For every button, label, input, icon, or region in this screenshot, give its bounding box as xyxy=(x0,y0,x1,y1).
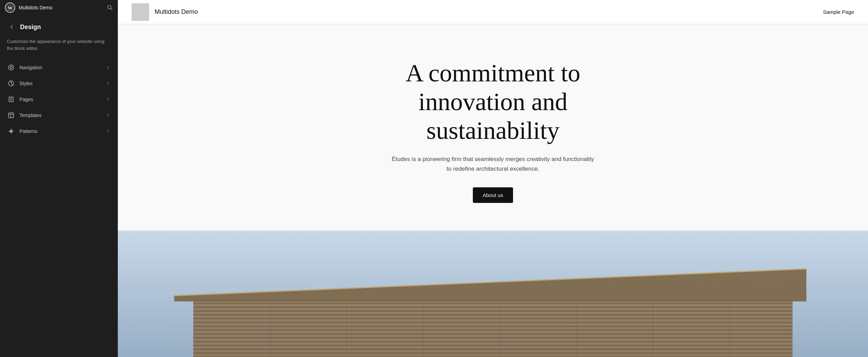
patterns-icon xyxy=(7,127,15,135)
sidebar-title: Design xyxy=(20,24,41,31)
sidebar-item-navigation-label: Navigation xyxy=(19,65,42,70)
svg-point-5 xyxy=(9,65,14,70)
navigation-chevron-icon xyxy=(106,65,111,70)
top-bar-left: W Multidots Demo xyxy=(5,2,52,13)
navigation-icon xyxy=(7,63,15,72)
search-icon xyxy=(107,5,113,11)
hero-title: A commitment to innovation and sustainab… xyxy=(354,59,632,145)
templates-icon xyxy=(7,111,15,119)
sidebar-description: Customize the appearance of your website… xyxy=(0,35,118,60)
svg-point-6 xyxy=(10,66,12,69)
site-logo-area: Multidots Demo xyxy=(132,3,198,21)
svg-line-4 xyxy=(111,9,113,10)
site-logo-placeholder xyxy=(132,3,149,21)
styles-chevron-icon xyxy=(106,81,111,86)
building-graphic xyxy=(118,231,868,357)
sidebar-item-patterns[interactable]: Patterns xyxy=(3,124,115,139)
back-arrow-icon xyxy=(9,24,15,30)
sidebar-item-styles[interactable]: Styles xyxy=(3,76,115,91)
sidebar-nav: Navigation Styles xyxy=(0,60,118,139)
sidebar-item-styles-label: Styles xyxy=(19,81,33,86)
svg-rect-17 xyxy=(193,300,793,357)
sidebar-item-templates-label: Templates xyxy=(19,113,42,118)
preview-header: Multidots Demo Sample Page xyxy=(118,0,868,24)
templates-chevron-icon xyxy=(106,113,111,118)
building-image-section xyxy=(118,231,868,357)
hero-section: A commitment to innovation and sustainab… xyxy=(118,24,868,231)
back-button[interactable] xyxy=(7,22,17,32)
top-bar: W Multidots Demo xyxy=(0,0,118,15)
svg-text:W: W xyxy=(8,5,12,10)
pages-icon xyxy=(7,95,15,104)
search-button[interactable] xyxy=(107,5,113,11)
patterns-chevron-icon xyxy=(106,129,111,134)
sidebar-header: Design xyxy=(0,15,118,35)
svg-rect-12 xyxy=(9,113,14,118)
top-bar-title: Multidots Demo xyxy=(19,5,52,10)
sidebar-item-pages[interactable]: Pages xyxy=(3,92,115,107)
wp-logo-icon[interactable]: W xyxy=(5,2,15,13)
pages-chevron-icon xyxy=(106,97,111,102)
site-name: Multidots Demo xyxy=(155,8,198,16)
sidebar-item-pages-label: Pages xyxy=(19,97,33,102)
hero-subtitle: Études is a pioneering firm that seamles… xyxy=(389,154,597,173)
main-content: Multidots Demo Sample Page A commitment … xyxy=(118,0,868,357)
styles-icon xyxy=(7,79,15,88)
sidebar-item-patterns-label: Patterns xyxy=(19,128,37,134)
sidebar-item-templates[interactable]: Templates xyxy=(3,108,115,123)
about-us-button[interactable]: About us xyxy=(473,187,513,203)
sidebar-item-navigation[interactable]: Navigation xyxy=(3,60,115,75)
sidebar: Design Customize the appearance of your … xyxy=(0,0,118,357)
sample-page-link[interactable]: Sample Page xyxy=(823,9,854,15)
